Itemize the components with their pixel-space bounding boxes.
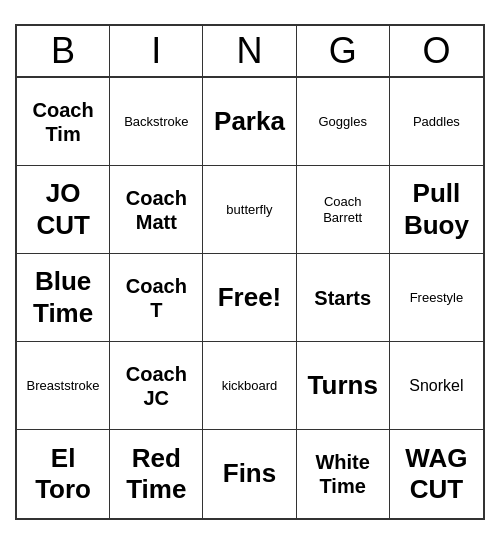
bingo-cell: Backstroke <box>110 78 203 166</box>
bingo-cell: JOCUT <box>17 166 110 254</box>
bingo-cell: CoachMatt <box>110 166 203 254</box>
bingo-cell: Parka <box>203 78 296 166</box>
bingo-cell: Snorkel <box>390 342 483 430</box>
bingo-cell: ElToro <box>17 430 110 518</box>
bingo-cell: CoachTim <box>17 78 110 166</box>
cell-text: Backstroke <box>124 114 188 130</box>
cell-text: butterfly <box>226 202 272 218</box>
cell-text: Turns <box>308 370 378 401</box>
bingo-cell: WhiteTime <box>297 430 390 518</box>
cell-text: Fins <box>223 458 276 489</box>
cell-text: RedTime <box>126 443 186 505</box>
cell-text: WAGCUT <box>405 443 467 505</box>
cell-text: Paddles <box>413 114 460 130</box>
bingo-cell: Free! <box>203 254 296 342</box>
header-letter: N <box>203 26 296 76</box>
bingo-card: BINGO CoachTimBackstrokeParkaGogglesPadd… <box>15 24 485 520</box>
cell-text: CoachMatt <box>126 186 187 234</box>
bingo-cell: CoachT <box>110 254 203 342</box>
bingo-cell: kickboard <box>203 342 296 430</box>
bingo-cell: CoachJC <box>110 342 203 430</box>
bingo-cell: Freestyle <box>390 254 483 342</box>
cell-text: WhiteTime <box>315 450 369 498</box>
cell-text: CoachJC <box>126 362 187 410</box>
cell-text: CoachT <box>126 274 187 322</box>
bingo-cell: Paddles <box>390 78 483 166</box>
cell-text: ElToro <box>35 443 91 505</box>
bingo-grid: CoachTimBackstrokeParkaGogglesPaddlesJOC… <box>17 78 483 518</box>
cell-text: Parka <box>214 106 285 137</box>
cell-text: CoachTim <box>33 98 94 146</box>
bingo-cell: PullBuoy <box>390 166 483 254</box>
cell-text: Free! <box>218 282 282 313</box>
bingo-cell: Starts <box>297 254 390 342</box>
bingo-cell: Turns <box>297 342 390 430</box>
cell-text: kickboard <box>222 378 278 394</box>
bingo-cell: CoachBarrett <box>297 166 390 254</box>
header-letter: O <box>390 26 483 76</box>
bingo-cell: RedTime <box>110 430 203 518</box>
bingo-cell: butterfly <box>203 166 296 254</box>
header-letter: B <box>17 26 110 76</box>
bingo-header: BINGO <box>17 26 483 78</box>
bingo-cell: WAGCUT <box>390 430 483 518</box>
bingo-cell: Fins <box>203 430 296 518</box>
cell-text: CoachBarrett <box>323 194 362 225</box>
header-letter: G <box>297 26 390 76</box>
header-letter: I <box>110 26 203 76</box>
bingo-cell: Goggles <box>297 78 390 166</box>
cell-text: Starts <box>314 286 371 310</box>
cell-text: JOCUT <box>36 178 89 240</box>
cell-text: Freestyle <box>410 290 463 306</box>
cell-text: PullBuoy <box>404 178 469 240</box>
cell-text: Snorkel <box>409 376 463 395</box>
bingo-cell: Breaststroke <box>17 342 110 430</box>
cell-text: Goggles <box>318 114 366 130</box>
cell-text: Breaststroke <box>27 378 100 394</box>
cell-text: BlueTime <box>33 266 93 328</box>
bingo-cell: BlueTime <box>17 254 110 342</box>
